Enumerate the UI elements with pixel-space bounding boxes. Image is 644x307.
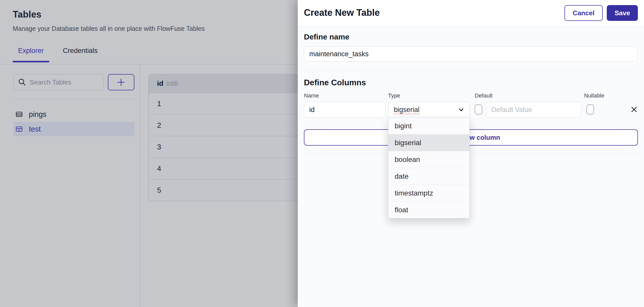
dropdown-option-date[interactable]: date	[388, 168, 469, 185]
cancel-button[interactable]: Cancel	[564, 5, 603, 21]
dropdown-option-float[interactable]: float	[388, 202, 469, 218]
field-label-default: Default	[475, 92, 493, 99]
nullable-checkbox[interactable]	[586, 104, 594, 115]
save-button[interactable]: Save	[607, 5, 638, 21]
dim-overlay[interactable]	[0, 0, 298, 307]
default-value-input[interactable]	[486, 102, 581, 118]
default-checkbox[interactable]	[475, 104, 482, 115]
x-icon	[630, 105, 638, 114]
field-label-name: Name	[304, 92, 319, 99]
create-table-modal: Create New Table Cancel Save Define name…	[298, 0, 644, 307]
modal-title: Create New Table	[304, 0, 380, 26]
dropdown-option-timestamptz[interactable]: timestamptz	[388, 185, 469, 202]
type-dropdown: bigint bigserial boolean date timestampt…	[388, 117, 470, 218]
section-divider	[304, 70, 638, 70]
chevron-down-icon	[458, 106, 465, 113]
modal-header: Create New Table Cancel Save	[298, 0, 644, 26]
app-window: Tables Manage your Database tables all i…	[0, 0, 644, 307]
type-select[interactable]: bigserial	[388, 102, 470, 118]
column-name-input[interactable]	[304, 102, 385, 118]
field-label-type: Type	[388, 92, 400, 99]
define-name-label: Define name	[304, 33, 349, 41]
dropdown-option-bigint[interactable]: bigint	[388, 118, 469, 134]
dropdown-option-boolean[interactable]: boolean	[388, 151, 469, 168]
section-divider	[304, 153, 638, 153]
dropdown-option-bigserial[interactable]: bigserial	[388, 134, 469, 151]
add-column-button[interactable]: + Add new column	[304, 129, 638, 146]
type-select-value: bigserial	[394, 106, 420, 114]
table-name-input[interactable]	[304, 46, 638, 62]
remove-column-button[interactable]	[629, 105, 639, 115]
field-label-nullable: Nullable	[584, 92, 604, 99]
define-columns-label: Define Columns	[304, 78, 366, 87]
